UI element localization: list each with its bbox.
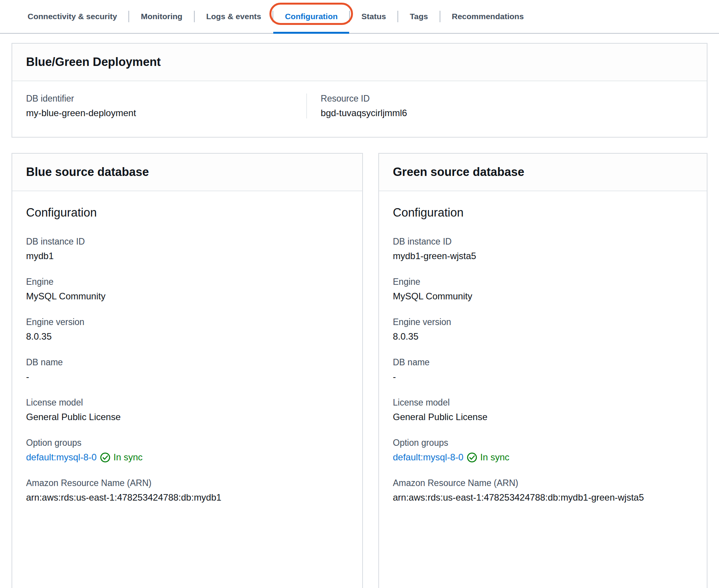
- db-identifier-label: DB identifier: [26, 94, 306, 104]
- green-source-database-card: Green source database Configuration DB i…: [378, 153, 708, 588]
- field-label: Engine version: [393, 317, 693, 327]
- in-sync-check-icon: [100, 452, 110, 463]
- blue-configuration-section-title: Configuration: [26, 206, 348, 220]
- field-value: arn:aws:rds:us-east-1:478253424788:db:my…: [393, 492, 693, 503]
- blue-option-group-link[interactable]: default:mysql-8-0: [26, 452, 97, 463]
- green-card-header: Green source database: [379, 154, 707, 191]
- field-label: Amazon Resource Name (ARN): [393, 478, 693, 488]
- field-label: Engine: [26, 277, 348, 287]
- blue-engine-field: Engine MySQL Community: [26, 277, 348, 302]
- field-value: General Public License: [26, 412, 348, 422]
- field-label: Engine version: [26, 317, 348, 327]
- green-card-body: Configuration DB instance ID mydb1-green…: [379, 191, 707, 588]
- field-value: General Public License: [393, 412, 693, 422]
- blue-license-model-field: License model General Public License: [26, 397, 348, 422]
- db-identifier-field: DB identifier my-blue-green-deployment: [26, 94, 306, 118]
- resource-id-value: bgd-tuvaqsycirljmml6: [321, 108, 693, 118]
- resource-id-label: Resource ID: [321, 94, 693, 104]
- deployment-card-title: Blue/Green Deployment: [26, 55, 693, 69]
- resource-id-field: Resource ID bgd-tuvaqsycirljmml6: [321, 94, 693, 118]
- field-value: mydb1-green-wjsta5: [393, 251, 693, 261]
- blue-card-body: Configuration DB instance ID mydb1 Engin…: [12, 191, 362, 588]
- field-label: DB name: [26, 357, 348, 368]
- blue-in-sync-status: In sync: [100, 452, 143, 463]
- green-arn-field: Amazon Resource Name (ARN) arn:aws:rds:u…: [393, 478, 693, 503]
- green-license-model-field: License model General Public License: [393, 397, 693, 422]
- in-sync-label: In sync: [480, 452, 509, 463]
- green-db-instance-id-field: DB instance ID mydb1-green-wjsta5: [393, 237, 693, 261]
- field-value: 8.0.35: [393, 331, 693, 342]
- field-value: arn:aws:rds:us-east-1:478253424788:db:my…: [26, 492, 348, 503]
- field-value: MySQL Community: [26, 291, 348, 302]
- blue-source-database-card: Blue source database Configuration DB in…: [11, 153, 363, 588]
- tab-monitoring[interactable]: Monitoring: [129, 0, 194, 33]
- field-value: -: [393, 371, 693, 382]
- green-engine-field: Engine MySQL Community: [393, 277, 693, 302]
- field-label: DB instance ID: [393, 237, 693, 247]
- deployment-column-left: DB identifier my-blue-green-deployment: [26, 94, 306, 118]
- field-label: Option groups: [393, 438, 693, 448]
- green-configuration-section-title: Configuration: [393, 206, 693, 220]
- tab-connectivity-security[interactable]: Connectivity & security: [16, 0, 128, 33]
- field-label: DB instance ID: [26, 237, 348, 247]
- green-db-name-field: DB name -: [393, 357, 693, 382]
- in-sync-check-icon: [467, 452, 477, 463]
- blue-arn-field: Amazon Resource Name (ARN) arn:aws:rds:u…: [26, 478, 348, 503]
- green-engine-version-field: Engine version 8.0.35: [393, 317, 693, 342]
- green-option-group-link[interactable]: default:mysql-8-0: [393, 452, 463, 463]
- deployment-card-body: DB identifier my-blue-green-deployment R…: [12, 81, 707, 137]
- field-label: Amazon Resource Name (ARN): [26, 478, 348, 488]
- db-identifier-value: my-blue-green-deployment: [26, 108, 306, 118]
- tab-bar: Connectivity & security Monitoring Logs …: [0, 0, 719, 34]
- field-value: -: [26, 371, 348, 382]
- tab-tags[interactable]: Tags: [398, 0, 439, 33]
- tab-logs-events[interactable]: Logs & events: [195, 0, 273, 33]
- blue-db-name-field: DB name -: [26, 357, 348, 382]
- tab-status[interactable]: Status: [350, 0, 397, 33]
- blue-green-deployment-card: Blue/Green Deployment DB identifier my-b…: [11, 43, 708, 138]
- blue-card-title: Blue source database: [26, 165, 348, 179]
- in-sync-label: In sync: [113, 452, 143, 463]
- field-label: DB name: [393, 357, 693, 368]
- tab-configuration[interactable]: Configuration: [273, 0, 349, 33]
- blue-engine-version-field: Engine version 8.0.35: [26, 317, 348, 342]
- deployment-card-header: Blue/Green Deployment: [12, 44, 707, 81]
- green-card-title: Green source database: [393, 165, 693, 179]
- field-label: License model: [393, 397, 693, 408]
- field-value: mydb1: [26, 251, 348, 261]
- rds-blue-green-configuration-page: Connectivity & security Monitoring Logs …: [0, 0, 719, 588]
- field-label: Option groups: [26, 438, 348, 448]
- source-database-cards-row: Blue source database Configuration DB in…: [11, 153, 708, 588]
- deployment-column-right: Resource ID bgd-tuvaqsycirljmml6: [306, 94, 693, 118]
- blue-card-header: Blue source database: [12, 154, 362, 191]
- blue-option-groups-field: Option groups default:mysql-8-0 In sync: [26, 438, 348, 463]
- field-label: License model: [26, 397, 348, 408]
- tab-recommendations[interactable]: Recommendations: [440, 0, 535, 33]
- field-value: MySQL Community: [393, 291, 693, 302]
- field-label: Engine: [393, 277, 693, 287]
- field-value: 8.0.35: [26, 331, 348, 342]
- blue-db-instance-id-field: DB instance ID mydb1: [26, 237, 348, 261]
- green-option-groups-field: Option groups default:mysql-8-0 In sync: [393, 438, 693, 463]
- tab-configuration-label: Configuration: [285, 12, 338, 21]
- green-in-sync-status: In sync: [467, 452, 509, 463]
